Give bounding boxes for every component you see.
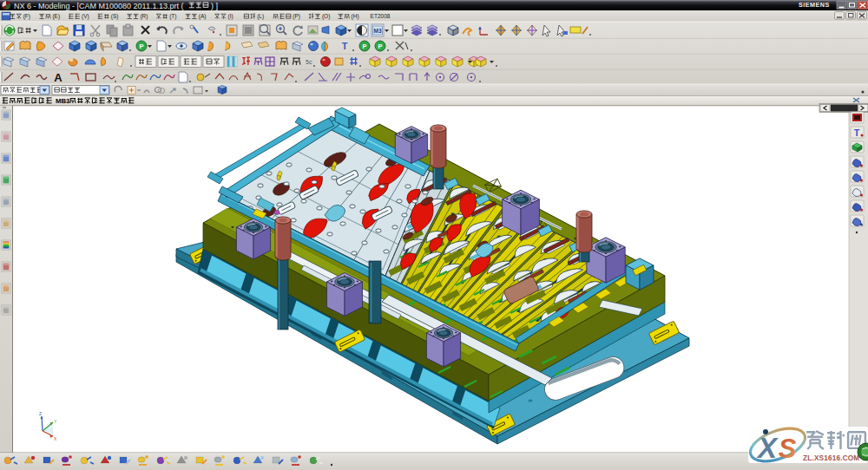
svg-text:(T): (T) [169, 13, 176, 20]
svg-text:(A): (A) [199, 13, 207, 20]
svg-text:(H): (H) [352, 13, 359, 20]
svg-text:X: X [756, 432, 779, 464]
svg-text:(E): (E) [52, 13, 60, 20]
svg-text:ET2008: ET2008 [371, 13, 391, 19]
svg-text:ZL.XS1616.COM: ZL.XS1616.COM [803, 454, 859, 462]
svg-text:(O): (O) [322, 13, 330, 20]
svg-text:NX 6 - Modeling - [CAM M100080: NX 6 - Modeling - [CAM M100080 2011.1.13… [14, 2, 183, 10]
svg-text:M3: M3 [373, 28, 381, 34]
svg-text:(V): (V) [82, 13, 89, 20]
svg-text:(I): (I) [228, 13, 233, 20]
svg-text:P: P [362, 42, 366, 50]
svg-text:) ]: ) ] [211, 2, 218, 10]
svg-text:(S): (S) [111, 13, 119, 20]
svg-text:(R): (R) [140, 13, 148, 20]
svg-text:(P): (P) [293, 13, 300, 20]
svg-text:S: S [779, 434, 797, 464]
svg-text:5c: 5c [306, 59, 312, 65]
svg-text:(L): (L) [257, 13, 264, 20]
svg-text:MB3: MB3 [56, 97, 70, 105]
svg-text:P: P [139, 42, 143, 50]
svg-text:T: T [854, 127, 860, 138]
svg-text:P: P [378, 42, 382, 50]
svg-text:A: A [54, 71, 62, 84]
svg-text:Z: Z [39, 411, 42, 416]
svg-text:SIEMENS: SIEMENS [799, 1, 830, 9]
svg-text:(F): (F) [23, 13, 30, 20]
svg-text:T: T [342, 41, 348, 51]
